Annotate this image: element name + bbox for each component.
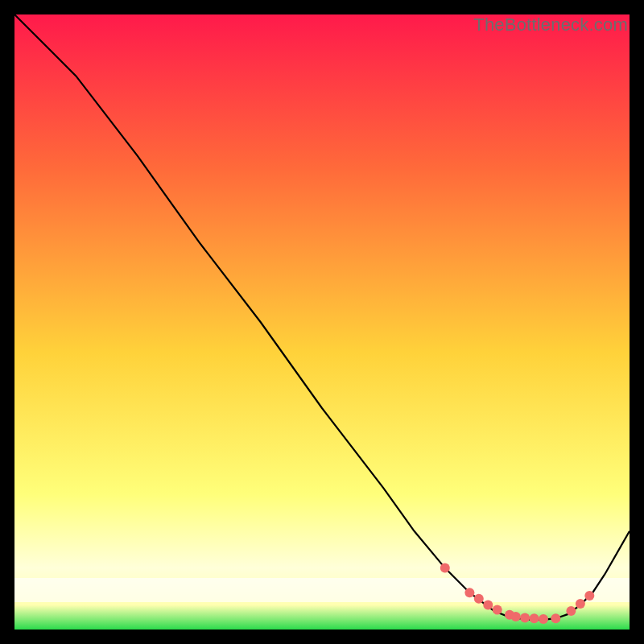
- marker-point: [551, 613, 560, 623]
- marker-point: [530, 613, 539, 623]
- marker-point: [566, 606, 576, 616]
- marker-point: [584, 591, 594, 601]
- chart-frame: TheBottleneck.com: [14, 14, 630, 630]
- marker-point: [464, 588, 474, 597]
- marker-point: [520, 613, 530, 623]
- marker-point: [576, 599, 585, 609]
- marker-point: [483, 600, 493, 609]
- gradient-background: [14, 14, 630, 630]
- marker-point: [440, 564, 450, 573]
- marker-point: [539, 614, 548, 624]
- chart-svg: [14, 14, 630, 630]
- marker-point: [511, 612, 521, 621]
- marker-point: [493, 605, 502, 615]
- marker-point: [474, 594, 484, 604]
- watermark-text: TheBottleneck.com: [473, 14, 628, 35]
- white-glow-band: [14, 578, 630, 602]
